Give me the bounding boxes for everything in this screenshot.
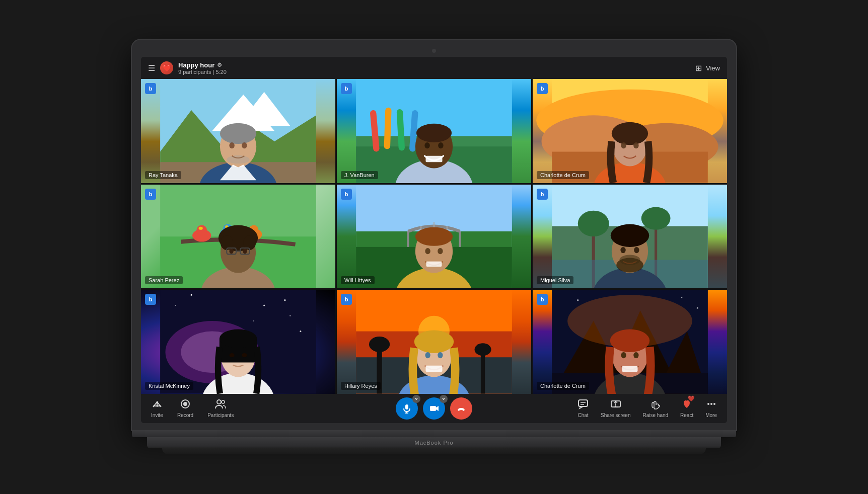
meeting-meta: 9 participants | 5:20	[178, 69, 227, 75]
participant-name-will: Will Littyes	[341, 276, 375, 284]
meeting-title: Happy hour ⚙	[178, 61, 227, 69]
participants-label: Participants	[207, 413, 234, 418]
svg-point-145	[710, 403, 712, 405]
svg-point-87	[284, 299, 285, 301]
meeting-logo: ❤️	[160, 61, 173, 74]
invite-icon	[152, 398, 163, 411]
screen: ☰ ❤️ Happy hour ⚙ 9 participants | 5:20	[141, 57, 727, 423]
svg-point-73	[641, 207, 671, 229]
share-screen-button[interactable]: Share screen	[601, 398, 630, 418]
view-button[interactable]: ⊞ View	[695, 63, 720, 73]
svg-point-130	[183, 402, 187, 406]
video-cell-ray-tanaka: b Ray Tanaka	[141, 79, 335, 183]
svg-point-53	[243, 249, 247, 254]
svg-point-37	[196, 225, 207, 235]
svg-point-10	[227, 155, 249, 164]
more-icon	[706, 398, 717, 411]
raise-hand-label: Raise hand	[642, 413, 668, 418]
svg-point-89	[300, 331, 301, 332]
video-cell-vanburen: b J. VanBuren	[337, 79, 531, 183]
chat-icon	[577, 398, 589, 411]
meeting-info: Happy hour ⚙ 9 participants | 5:20	[178, 61, 227, 75]
bing-badge: b	[537, 83, 548, 94]
svg-point-8	[229, 142, 234, 148]
svg-rect-67	[426, 262, 442, 267]
bing-badge: b	[341, 294, 352, 305]
svg-point-7	[220, 123, 256, 144]
svg-point-90	[175, 305, 176, 306]
svg-point-123	[610, 330, 649, 352]
svg-point-97	[242, 353, 247, 357]
raise-hand-button[interactable]: Raise hand	[642, 398, 668, 418]
participant-name-ray: Ray Tanaka	[145, 171, 181, 179]
svg-point-31	[612, 122, 648, 145]
svg-point-108	[414, 331, 454, 353]
participants-button[interactable]: Participants	[207, 398, 234, 418]
react-button[interactable]: ❤️ React	[680, 398, 693, 418]
participants-icon	[214, 398, 227, 411]
video-cell-miguel: b Miguel Silva	[533, 185, 727, 289]
svg-rect-104	[481, 352, 485, 394]
svg-point-65	[425, 248, 430, 254]
mic-button[interactable]	[396, 397, 418, 420]
gear-icon[interactable]: ⚙	[217, 62, 222, 68]
bing-badge: b	[341, 189, 352, 200]
more-label: More	[705, 413, 717, 418]
participant-name-hillary: Hillary Reyes	[341, 382, 381, 390]
grid-view-icon: ⊞	[695, 63, 702, 73]
camera-button[interactable]	[423, 397, 445, 420]
toolbar-left: Invite Record	[151, 398, 234, 418]
svg-point-71	[578, 210, 609, 236]
svg-point-66	[438, 248, 443, 254]
svg-point-77	[611, 224, 649, 246]
svg-point-20	[416, 124, 452, 142]
svg-rect-126	[622, 366, 638, 372]
svg-point-64	[415, 227, 453, 245]
record-button[interactable]: Record	[177, 398, 193, 418]
invite-button[interactable]: Invite	[151, 398, 163, 418]
raise-hand-icon	[650, 398, 661, 411]
svg-point-91	[191, 294, 192, 296]
svg-point-125	[633, 352, 638, 358]
bing-badge: b	[537, 294, 548, 305]
laptop-base-bottom	[162, 448, 706, 454]
video-cell-hillary: b Hillary Reyes	[337, 290, 531, 394]
svg-point-146	[713, 403, 715, 405]
participant-name-kristal: Kristal McKinney	[145, 382, 193, 390]
hamburger-icon[interactable]: ☰	[148, 63, 155, 73]
svg-point-85	[263, 305, 265, 306]
svg-point-118	[577, 299, 578, 301]
svg-point-110	[438, 352, 443, 358]
video-cell-sarah: b Sarah Perez	[141, 185, 335, 289]
camera-dot	[432, 49, 436, 53]
share-screen-label: Share screen	[601, 413, 630, 418]
end-call-button[interactable]	[450, 397, 472, 420]
svg-point-22	[438, 142, 443, 148]
more-button[interactable]: More	[705, 398, 717, 418]
svg-point-21	[424, 142, 429, 148]
svg-point-103	[369, 337, 390, 352]
bing-badge: b	[145, 189, 156, 200]
svg-point-95	[220, 330, 257, 348]
svg-rect-136	[430, 406, 436, 411]
bing-badge: b	[145, 83, 156, 94]
chat-button[interactable]: Chat	[577, 398, 589, 418]
svg-point-88	[253, 320, 254, 321]
bing-badge: b	[341, 83, 352, 94]
svg-point-96	[229, 353, 234, 357]
svg-point-86	[290, 315, 291, 316]
svg-point-144	[707, 403, 709, 405]
camera-chevron[interactable]	[440, 395, 448, 403]
mic-chevron[interactable]	[412, 395, 420, 403]
top-bar: ☰ ❤️ Happy hour ⚙ 9 participants | 5:20	[141, 57, 727, 79]
record-icon	[180, 398, 191, 411]
react-icon: ❤️	[681, 398, 692, 411]
laptop-base: MacBook Pro	[147, 437, 721, 448]
invite-label: Invite	[151, 413, 163, 418]
bing-badge: b	[145, 294, 156, 305]
svg-point-120	[697, 307, 698, 309]
video-cell-will: b Will Littyes	[337, 185, 531, 289]
video-cell-charlotte1: b Charlotte de Crum	[533, 79, 727, 183]
svg-point-131	[217, 400, 221, 404]
svg-point-124	[621, 352, 626, 358]
